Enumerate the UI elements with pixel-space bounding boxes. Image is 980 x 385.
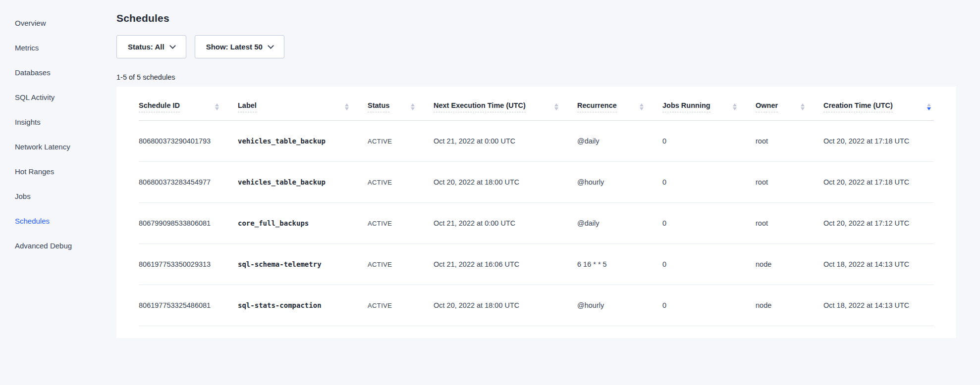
cell-owner: node	[756, 244, 823, 285]
cell-label: sql-schema-telemetry	[238, 244, 368, 285]
sort-desc-icon	[640, 107, 644, 110]
cell-recurrence: @daily	[577, 203, 662, 244]
column-header-label[interactable]: Schedule ID	[139, 101, 180, 112]
column-header-label[interactable]: Jobs Running	[662, 101, 710, 112]
sort-desc-icon	[801, 107, 805, 110]
sort-carets-icon[interactable]	[215, 103, 219, 110]
sort-carets-icon[interactable]	[640, 103, 644, 110]
sort-carets-icon[interactable]	[927, 103, 931, 110]
sidebar-item-label: Advanced Debug	[15, 241, 72, 250]
sort-desc-icon	[554, 107, 558, 110]
table-row[interactable]: 806800373283454977 vehicles_table_backup…	[139, 162, 934, 203]
sort-asc-icon	[640, 103, 644, 106]
sort-carets-icon[interactable]	[733, 103, 737, 110]
cell-creation-time: Oct 20, 2022 at 17:12 UTC	[823, 203, 934, 244]
column-header-recurrence: Recurrence	[577, 87, 662, 121]
sort-desc-icon	[733, 107, 737, 110]
table-row[interactable]: 806799098533806081 core_full_backups ACT…	[139, 203, 934, 244]
sidebar-item-label: Databases	[15, 68, 51, 77]
sort-asc-icon	[345, 103, 349, 106]
sidebar-item-label: SQL Activity	[15, 93, 54, 101]
cell-owner: root	[756, 162, 823, 203]
sort-asc-icon	[411, 103, 415, 106]
chevron-down-icon	[268, 43, 274, 49]
sidebar-item-advanced-debug[interactable]: Advanced Debug	[0, 233, 116, 258]
sort-carets-icon[interactable]	[801, 103, 805, 110]
sidebar-item-label: Overview	[15, 19, 46, 27]
status-filter-dropdown[interactable]: Status: All	[116, 35, 186, 58]
sort-carets-icon[interactable]	[554, 103, 558, 110]
sidebar-item-label: Metrics	[15, 44, 39, 52]
column-header-jobs-running: Jobs Running	[662, 87, 756, 121]
sort-desc-icon	[345, 107, 349, 110]
column-header-label: Label	[238, 87, 368, 121]
cell-next-execution-time: Oct 21, 2022 at 16:06 UTC	[434, 244, 577, 285]
table-header-row: Schedule ID Label Status Next Execu	[139, 87, 934, 121]
cell-schedule-id: 806799098533806081	[139, 203, 238, 244]
cell-next-execution-time: Oct 21, 2022 at 0:00 UTC	[434, 121, 577, 162]
cell-label: sql-stats-compaction	[238, 285, 368, 326]
sort-desc-icon	[411, 107, 415, 110]
sidebar-item-hot-ranges[interactable]: Hot Ranges	[0, 159, 116, 184]
cell-label: vehicles_table_backup	[238, 121, 368, 162]
page-title: Schedules	[116, 12, 980, 24]
cell-status: ACTIVE	[368, 162, 434, 203]
sidebar-item-metrics[interactable]: Metrics	[0, 35, 116, 60]
cell-jobs-running: 0	[662, 244, 756, 285]
sort-desc-icon	[927, 107, 931, 110]
cell-status: ACTIVE	[368, 244, 434, 285]
column-header-owner: Owner	[756, 87, 823, 121]
sort-asc-icon	[554, 103, 558, 106]
table-row[interactable]: 806800373290401793 vehicles_table_backup…	[139, 121, 934, 162]
sidebar-item-label: Jobs	[15, 192, 31, 200]
sort-asc-icon	[801, 103, 805, 106]
sidebar-item-network-latency[interactable]: Network Latency	[0, 134, 116, 159]
sidebar-item-schedules[interactable]: Schedules	[0, 208, 116, 233]
cell-recurrence: @daily	[577, 121, 662, 162]
sidebar-item-databases[interactable]: Databases	[0, 60, 116, 85]
column-header-next-execution: Next Execution Time (UTC)	[434, 87, 577, 121]
sidebar-item-sql-activity[interactable]: SQL Activity	[0, 85, 116, 109]
column-header-label[interactable]: Creation Time (UTC)	[823, 101, 893, 112]
cell-creation-time: Oct 18, 2022 at 14:13 UTC	[823, 244, 934, 285]
cell-next-execution-time: Oct 20, 2022 at 18:00 UTC	[434, 162, 577, 203]
table-row[interactable]: 806197753350029313 sql-schema-telemetry …	[139, 244, 934, 285]
sidebar-item-insights[interactable]: Insights	[0, 109, 116, 134]
show-filter-label: Show: Latest 50	[206, 43, 263, 51]
cell-label: vehicles_table_backup	[238, 162, 368, 203]
status-filter-label: Status: All	[128, 43, 164, 51]
cell-creation-time: Oct 18, 2022 at 14:13 UTC	[823, 285, 934, 326]
column-header-label[interactable]: Label	[238, 101, 257, 112]
column-header-label[interactable]: Status	[368, 101, 389, 112]
cell-status: ACTIVE	[368, 203, 434, 244]
cell-recurrence: @hourly	[577, 162, 662, 203]
show-filter-dropdown[interactable]: Show: Latest 50	[195, 35, 284, 58]
filter-bar: Status: All Show: Latest 50	[116, 35, 980, 58]
sort-desc-icon	[215, 107, 219, 110]
cell-owner: root	[756, 121, 823, 162]
sort-carets-icon[interactable]	[411, 103, 415, 110]
cell-owner: root	[756, 203, 823, 244]
cell-schedule-id: 806800373290401793	[139, 121, 238, 162]
sidebar-item-label: Hot Ranges	[15, 167, 54, 176]
sidebar: Overview Metrics Databases SQL Activity …	[0, 0, 116, 385]
column-header-label[interactable]: Recurrence	[577, 101, 617, 112]
sidebar-item-jobs[interactable]: Jobs	[0, 184, 116, 208]
schedules-table: Schedule ID Label Status Next Execu	[139, 87, 934, 326]
cell-owner: node	[756, 285, 823, 326]
column-header-creation-time: Creation Time (UTC)	[823, 87, 934, 121]
cell-jobs-running: 0	[662, 203, 756, 244]
column-header-label[interactable]: Owner	[756, 101, 778, 112]
cell-recurrence: @hourly	[577, 285, 662, 326]
sidebar-item-label: Insights	[15, 118, 41, 126]
column-header-label[interactable]: Next Execution Time (UTC)	[434, 101, 526, 112]
column-header-status: Status	[368, 87, 434, 121]
table-row[interactable]: 806197753325486081 sql-stats-compaction …	[139, 285, 934, 326]
cell-jobs-running: 0	[662, 162, 756, 203]
sidebar-item-label: Network Latency	[15, 143, 70, 151]
cell-schedule-id: 806197753350029313	[139, 244, 238, 285]
sidebar-item-overview[interactable]: Overview	[0, 10, 116, 35]
sort-carets-icon[interactable]	[345, 103, 349, 110]
schedules-table-card: Schedule ID Label Status Next Execu	[116, 87, 956, 338]
cell-jobs-running: 0	[662, 285, 756, 326]
